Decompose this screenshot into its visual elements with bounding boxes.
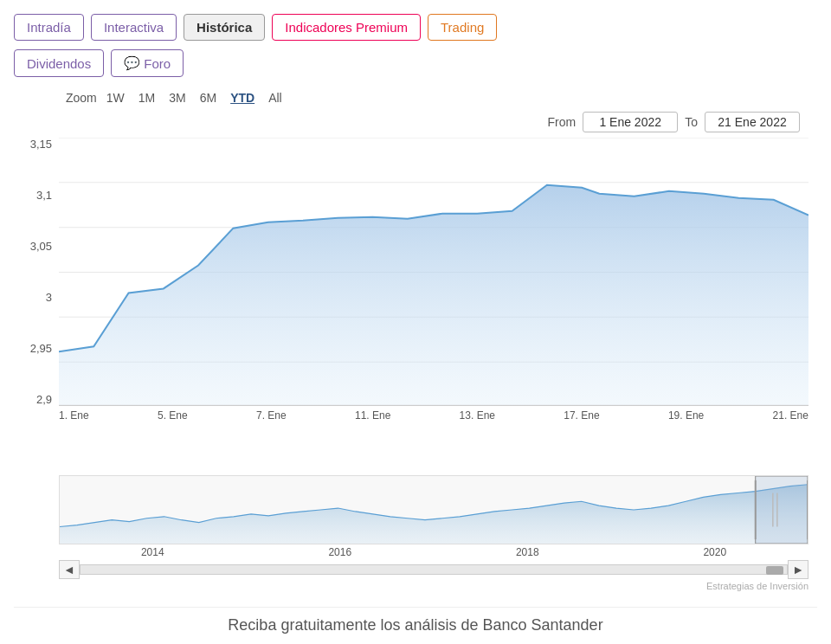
x-label-0: 1. Ene xyxy=(59,409,89,422)
to-date-input[interactable] xyxy=(705,112,800,132)
mini-chart-svg xyxy=(60,476,808,544)
nav-track[interactable] xyxy=(80,564,788,575)
from-label: From xyxy=(548,115,577,129)
tab-dividends[interactable]: Dividendos xyxy=(14,49,104,77)
forum-icon: 💬 xyxy=(124,55,140,71)
x-label-6: 19. Ene xyxy=(668,409,704,422)
footer-promo: Reciba gratuitamente los análisis de Ban… xyxy=(14,607,817,643)
zoom-all[interactable]: All xyxy=(264,89,287,106)
tabs-row-2: Dividendos 💬 Foro xyxy=(14,49,817,77)
chart-svg xyxy=(59,138,808,405)
y-axis: 3,15 3,1 3,05 3 2,95 2,9 xyxy=(14,138,57,406)
nav-arrow-right[interactable]: ► xyxy=(788,560,808,579)
zoom-6m[interactable]: 6M xyxy=(196,89,221,106)
tab-premium[interactable]: Indicadores Premium xyxy=(272,14,421,41)
y-label-0: 3,15 xyxy=(30,138,52,151)
mini-x-axis: 2014 2016 2018 2020 xyxy=(59,546,808,558)
x-label-3: 11. Ene xyxy=(355,409,390,422)
zoom-1w[interactable]: 1W xyxy=(102,89,129,106)
x-label-4: 13. Ene xyxy=(460,409,495,422)
tab-intraday[interactable]: Intradía xyxy=(14,14,84,41)
tab-trading[interactable]: Trading xyxy=(428,14,497,41)
mini-x-2018: 2018 xyxy=(516,546,539,558)
nav-handle[interactable] xyxy=(766,566,783,575)
tab-historical[interactable]: Histórica xyxy=(184,14,265,41)
nav-arrow-left[interactable]: ◄ xyxy=(59,560,80,579)
mini-x-2014: 2014 xyxy=(141,546,164,558)
y-label-2: 3,05 xyxy=(30,240,52,253)
x-label-7: 21. Ene xyxy=(773,409,808,422)
zoom-3m[interactable]: 3M xyxy=(164,89,190,106)
date-range-row: From To xyxy=(14,112,800,132)
watermark: Estrategias de Inversión xyxy=(14,581,808,591)
x-label-5: 17. Ene xyxy=(564,409,599,422)
from-date-input[interactable] xyxy=(583,112,678,132)
zoom-1m[interactable]: 1M xyxy=(134,89,159,106)
x-axis: 1. Ene 5. Ene 7. Ene 11. Ene 13. Ene 17.… xyxy=(59,409,808,422)
mini-chart-wrapper[interactable] xyxy=(59,475,808,544)
zoom-row: Zoom 1W 1M 3M 6M YTD All xyxy=(66,89,817,106)
x-label-2: 7. Ene xyxy=(256,409,287,422)
y-label-1: 3,1 xyxy=(36,189,52,202)
mini-x-2016: 2016 xyxy=(328,546,351,558)
y-label-5: 2,9 xyxy=(36,393,52,406)
tabs-row-1: Intradía Interactiva Histórica Indicador… xyxy=(14,14,817,41)
tab-interactive[interactable]: Interactiva xyxy=(91,14,177,41)
mini-x-2020: 2020 xyxy=(703,546,726,558)
main-chart-container: 3,15 3,1 3,05 3 2,95 2,9 xyxy=(14,138,817,432)
tab-forum[interactable]: 💬 Foro xyxy=(111,49,184,77)
zoom-ytd[interactable]: YTD xyxy=(226,89,259,106)
chart-area[interactable] xyxy=(59,138,808,406)
to-label: To xyxy=(685,115,698,129)
navigator-bar: ◄ ► xyxy=(59,560,808,579)
y-label-4: 2,95 xyxy=(30,342,52,355)
y-label-3: 3 xyxy=(46,291,52,304)
zoom-label: Zoom xyxy=(66,91,97,105)
x-label-1: 5. Ene xyxy=(158,409,188,422)
svg-rect-7 xyxy=(756,476,808,544)
